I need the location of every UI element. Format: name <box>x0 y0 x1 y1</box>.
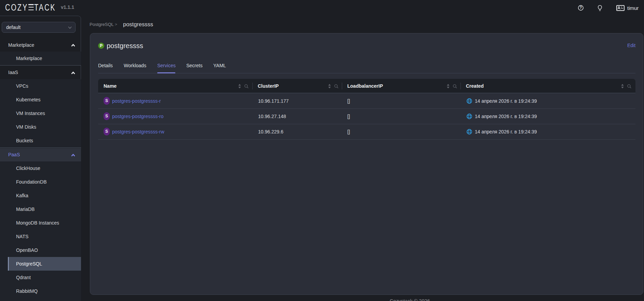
svg-text:?: ? <box>579 5 581 10</box>
